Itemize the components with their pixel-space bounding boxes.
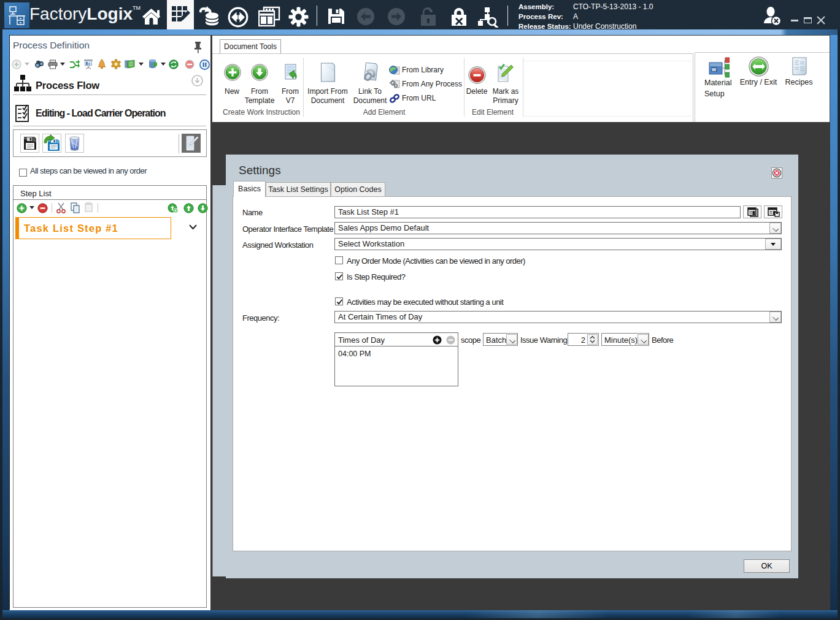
svg-text:W: W	[712, 67, 717, 72]
